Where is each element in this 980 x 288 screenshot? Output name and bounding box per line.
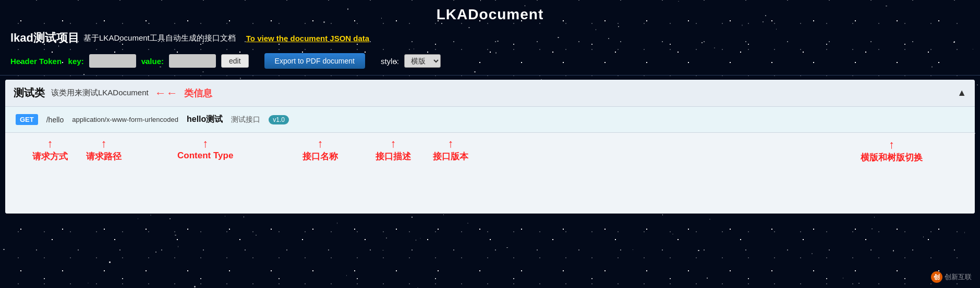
- method-badge: GET: [16, 114, 38, 125]
- ann-style-switch-label: 横版和树版切换: [861, 152, 923, 164]
- token-bar: Header Token key: value: edit Export to …: [0, 49, 980, 73]
- app-header: LKADocument: [0, 0, 980, 27]
- ann-path-label: 请求路径: [86, 151, 122, 162]
- ann-version-label: 接口版本: [433, 151, 468, 162]
- arrow-path-up: ↑: [101, 137, 107, 151]
- main-content: 测试类 该类用来测试LKADocument ←← 类信息 ▲ GET /hell…: [5, 80, 975, 214]
- token-key-input[interactable]: [89, 54, 136, 68]
- token-value-input[interactable]: [169, 54, 216, 68]
- api-name: hello测试: [187, 114, 223, 125]
- style-label: style:: [381, 57, 399, 66]
- view-json-link[interactable]: To view the document JSON data: [246, 34, 369, 43]
- class-header-left: 测试类 该类用来测试LKADocument ←← 类信息: [14, 86, 212, 100]
- watermark-text: 创新互联: [945, 272, 972, 282]
- class-description: 该类用来测试LKADocument: [51, 88, 149, 98]
- ann-api-desc-label: 接口描述: [376, 151, 411, 162]
- arrow-ver-up: ↑: [448, 137, 454, 151]
- divider: [0, 75, 980, 76]
- class-name: 测试类: [14, 86, 45, 100]
- token-label: Header Token key:: [10, 57, 84, 66]
- ann-content-type: ↑ Content Type: [177, 137, 233, 161]
- ann-content-type-label: Content Type: [177, 151, 233, 161]
- style-select[interactable]: 横版 树版: [404, 54, 441, 68]
- ann-method-label: 请求方式: [32, 151, 68, 162]
- ann-api-desc: ↑ 接口描述: [376, 137, 411, 162]
- arrow-desc-up: ↑: [391, 137, 396, 151]
- arrow-name-up: ↑: [318, 137, 323, 151]
- ann-style-switch: ↑ 横版和树版切换: [861, 138, 923, 164]
- collapse-button[interactable]: ▲: [957, 87, 966, 98]
- watermark: 创 创新互联: [931, 271, 972, 283]
- export-pdf-button[interactable]: Export to PDF document: [264, 53, 365, 69]
- ann-version: ↑ 接口版本: [433, 137, 468, 162]
- api-content-type: application/x-www-form-urlencoded: [72, 116, 178, 123]
- version-badge: v1.0: [269, 115, 289, 124]
- ann-path: ↑ 请求路径: [86, 137, 122, 162]
- project-bar: lkad测试项目 基于LKADocument工具自动生成的接口文档 To vie…: [0, 27, 980, 49]
- arrow-ct-up: ↑: [202, 137, 208, 151]
- edit-button[interactable]: edit: [221, 54, 249, 68]
- class-info-label: 类信息: [184, 87, 212, 99]
- api-row[interactable]: GET /hello application/x-www-form-urlenc…: [5, 107, 975, 133]
- arrow-style-up: ↑: [889, 138, 894, 152]
- class-arrow: ←←: [155, 86, 178, 100]
- arrow-method-up: ↑: [47, 137, 53, 151]
- ann-api-name: ↑ 接口名称: [303, 137, 338, 162]
- project-name: lkad测试项目: [10, 30, 79, 46]
- ann-method: ↑ 请求方式: [32, 137, 68, 162]
- api-short-desc: 测试接口: [231, 115, 260, 124]
- ann-api-name-label: 接口名称: [303, 151, 338, 162]
- project-description: 基于LKADocument工具自动生成的接口文档: [83, 33, 236, 43]
- watermark-icon: 创: [931, 271, 942, 283]
- class-header: 测试类 该类用来测试LKADocument ←← 类信息 ▲: [5, 80, 975, 107]
- annotation-area: ↑ 请求方式 ↑ 请求路径 ↑ Content Type ↑ 接口名称 ↑ 接口: [5, 133, 975, 214]
- value-label: value:: [141, 57, 164, 66]
- api-path: /hello: [46, 116, 64, 124]
- app-title: LKADocument: [437, 6, 543, 22]
